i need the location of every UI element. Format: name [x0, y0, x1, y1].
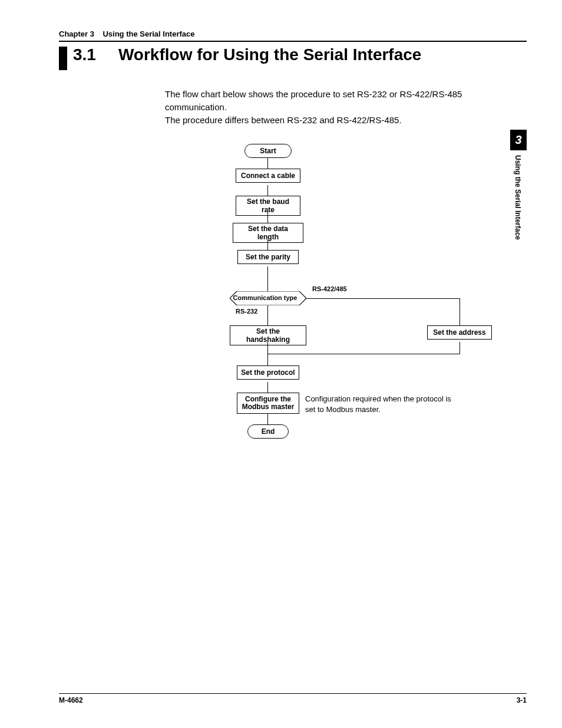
flow-connect-cable: Connect a cable [236, 169, 300, 183]
flow-connector [267, 185, 268, 196]
page-footer: M-4662 3-1 [59, 693, 527, 704]
flow-parity: Set the parity [237, 250, 299, 264]
flow-end: End [247, 424, 289, 439]
flow-connector [267, 266, 268, 291]
flow-branch-rs422-label: RS-422/485 [312, 285, 347, 292]
breadcrumb: Chapter 3 Using the Serial Interface [59, 29, 527, 42]
flow-modbus-note: Configuration required when the protocol… [305, 394, 458, 414]
flow-connector [459, 342, 460, 354]
flow-connector [267, 305, 268, 325]
footer-right: 3-1 [517, 696, 527, 704]
side-tab-number: 3 [510, 130, 527, 150]
side-tab: 3 Using the Serial Interface [510, 130, 527, 240]
section-number: 3.1 [73, 45, 96, 64]
flow-connector [267, 158, 268, 169]
flow-connector [267, 354, 460, 354]
flow-branch-rs232-label: RS-232 [236, 308, 257, 315]
flow-set-protocol: Set the protocol [237, 365, 299, 380]
flow-connector [267, 212, 268, 223]
flow-connector [267, 239, 268, 250]
flowchart: Start Connect a cable Set the baud rate … [165, 144, 495, 474]
flow-start: Start [244, 144, 292, 158]
chapter-title: Using the Serial Interface [103, 29, 194, 38]
flow-configure-modbus: Configure the Modbus master [237, 393, 299, 414]
footer-left: M-4662 [59, 696, 83, 704]
flow-set-address: Set the address [427, 325, 492, 340]
flow-connector [306, 298, 459, 299]
page: Chapter 3 Using the Serial Interface 3.1… [0, 0, 562, 728]
intro-line-1: The flow chart below shows the procedure… [165, 88, 471, 114]
section-heading: 3.1 Workflow for Using the Serial Interf… [59, 45, 527, 70]
intro-text: The flow chart below shows the procedure… [165, 88, 471, 126]
flow-connector [267, 414, 268, 424]
chapter-number: Chapter 3 [59, 29, 94, 38]
flow-connector [459, 298, 460, 325]
flow-decision-commtype: Communication type [230, 291, 300, 304]
section-title: Workflow for Using the Serial Interface [118, 45, 421, 64]
intro-line-2: The procedure differs between RS-232 and… [165, 114, 471, 127]
heading-accent-bar [59, 47, 67, 70]
side-tab-text: Using the Serial Interface [514, 155, 522, 240]
flow-connector [267, 382, 268, 393]
